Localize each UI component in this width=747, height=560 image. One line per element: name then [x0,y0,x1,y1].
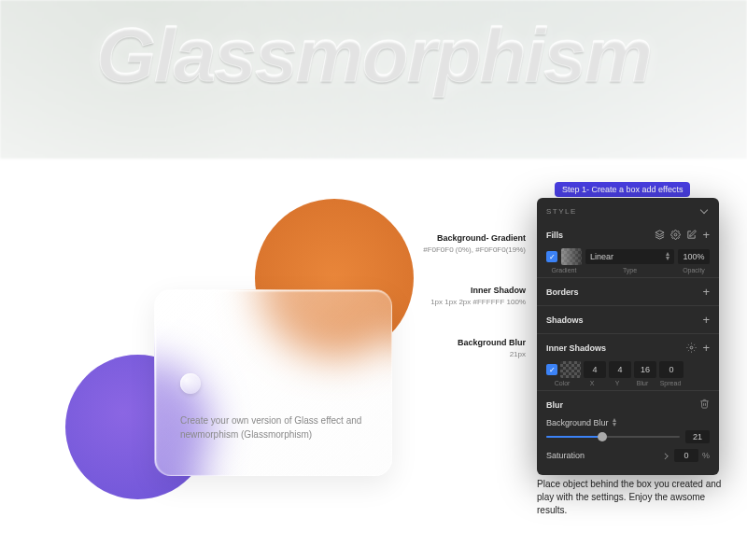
callout-label: Background- Gradient [409,233,526,243]
svg-marker-0 [655,231,664,235]
borders-label: Borders [546,287,579,297]
updown-icon: ▴▾ [613,418,616,427]
inner-shadow-spread[interactable]: 0 [659,361,684,378]
page-title: Glassmorphism [0,11,747,99]
add-fill-button[interactable]: + [702,229,710,241]
saturation-label: Saturation [546,451,585,460]
pct-label: % [702,451,710,460]
callouts: Background- Gradient #F0F0F0 (0%), #F0F0… [409,233,526,390]
fills-label: Fills [546,231,563,240]
add-shadow-button[interactable]: + [702,314,710,326]
layers-icon[interactable] [655,230,665,240]
gradient-swatch[interactable] [561,248,582,265]
sub-opacity: Opacity [678,267,710,273]
glass-dot [180,373,201,394]
updown-icon: ▴▾ [666,252,669,261]
callout-bg-blur: Background Blur 21px [409,338,526,358]
inner-shadow-x[interactable]: 4 [584,361,606,378]
gear-icon[interactable] [670,230,681,240]
gear-icon[interactable] [686,343,697,353]
card-description: Create your own version of Glass effect … [180,413,373,441]
blur-value-input[interactable]: 21 [685,430,710,443]
compose-icon[interactable] [686,230,697,240]
svg-point-1 [675,233,678,236]
fill-type-value: Linear [590,252,613,261]
step-badge: Step 1- Create a box add effects [555,182,690,197]
style-label: STYLE [546,207,577,216]
fill-opacity-input[interactable]: 100% [678,249,710,264]
sub-gradient: Gradient [546,267,582,273]
inner-shadow-color[interactable] [560,361,581,378]
callout-bg-gradient: Background- Gradient #F0F0F0 (0%), #F0F0… [409,233,526,254]
sub-x: X [581,380,603,386]
callout-value: #F0F0F0 (0%), #F0F0F0(19%) [409,245,526,254]
sub-spread: Spread [656,380,684,386]
inner-shadow-y[interactable]: 4 [609,361,631,378]
fills-section: Fills + ✓ Linear ▴▾ 100% Gradient Type O… [537,221,719,278]
callout-label: Inner Shadow [409,286,526,295]
svg-point-2 [691,346,694,349]
inner-shadows-label: Inner Shadows [546,343,606,353]
blur-section: Blur Background Blur ▴▾ 21 Saturation 0 … [537,391,719,466]
fill-checkbox[interactable]: ✓ [546,251,557,262]
add-border-button[interactable]: + [702,286,710,298]
sub-color: Color [546,380,578,386]
fill-type-select[interactable]: Linear ▴▾ [585,249,674,264]
chevron-down-icon[interactable] [700,206,710,216]
callout-value: 1px 1px 2px #FFFFFF 100% [409,298,526,306]
inner-shadow-blur[interactable]: 16 [634,361,656,378]
saturation-value-input[interactable]: 0 [674,449,698,462]
shadows-label: Shadows [546,315,584,325]
blur-slider[interactable] [546,436,680,438]
trash-icon[interactable] [699,399,710,411]
shadows-section: Shadows + [537,306,719,334]
add-inner-shadow-button[interactable]: + [702,342,710,354]
callout-inner-shadow: Inner Shadow 1px 1px 2px #FFFFFF 100% [409,286,526,306]
sub-type: Type [582,267,678,273]
borders-section: Borders + [537,278,719,306]
sub-y: Y [606,380,628,386]
callout-value: 21px [409,350,526,358]
footnote: Place object behind the box you created … [537,478,724,517]
inner-shadow-checkbox[interactable]: ✓ [546,364,557,375]
callout-label: Background Blur [409,338,526,347]
blur-label: Blur [546,400,563,410]
blur-type-select[interactable]: Background Blur [546,418,609,427]
inner-shadows-section: Inner Shadows + ✓ 4 4 16 0 Color X Y Blu… [537,334,719,391]
sub-blur: Blur [631,380,654,386]
glass-card: Create your own version of Glass effect … [154,289,392,476]
panel-header: STYLE [537,203,719,221]
style-panel: STYLE Fills + ✓ Linear ▴▾ 100% Gradient … [537,198,719,475]
chevron-left-icon[interactable] [662,452,669,459]
